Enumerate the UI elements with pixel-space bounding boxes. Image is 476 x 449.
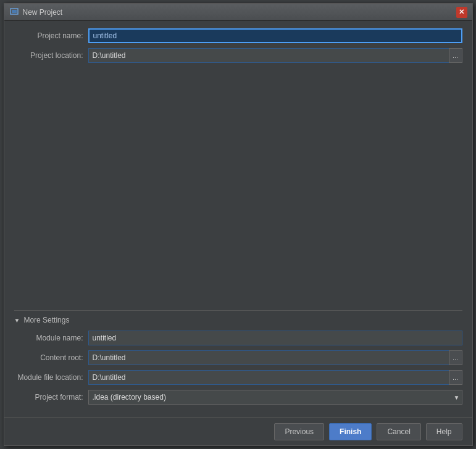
- close-button[interactable]: ✕: [456, 7, 467, 18]
- module-name-input[interactable]: [88, 331, 462, 345]
- project-format-label: Project format:: [14, 393, 88, 402]
- project-name-label: Project name:: [14, 31, 88, 40]
- more-settings-label: More Settings: [23, 316, 69, 324]
- previous-button[interactable]: Previous: [274, 423, 324, 440]
- title-bar: New Project ✕: [4, 4, 472, 21]
- project-location-input-group: ...: [88, 48, 462, 63]
- dialog-footer: Previous Finish Cancel Help: [4, 417, 472, 445]
- content-root-label: Content root:: [14, 353, 88, 362]
- finish-button[interactable]: Finish: [329, 423, 372, 440]
- project-format-row: Project format: .idea (directory based) …: [14, 390, 462, 405]
- more-settings-toggle[interactable]: ▼ More Settings: [14, 316, 462, 324]
- dialog-content: Project name: Project location: ... ▼ Mo…: [4, 21, 472, 417]
- help-button[interactable]: Help: [426, 423, 462, 440]
- dialog-title: New Project: [23, 8, 456, 17]
- content-root-browse-button[interactable]: ...: [449, 350, 462, 365]
- module-file-location-input[interactable]: [88, 370, 449, 385]
- svg-rect-1: [12, 10, 17, 13]
- module-file-location-browse-button[interactable]: ...: [449, 370, 462, 385]
- project-location-browse-button[interactable]: ...: [449, 48, 462, 63]
- module-file-location-input-group: ...: [88, 370, 462, 385]
- module-name-row: Module name:: [14, 331, 462, 345]
- new-project-dialog: New Project ✕ Project name: Project loca…: [4, 3, 473, 446]
- cancel-button[interactable]: Cancel: [377, 423, 420, 440]
- toggle-arrow-icon: ▼: [14, 317, 20, 324]
- module-file-location-row: Module file location: ...: [14, 370, 462, 385]
- module-file-location-label: Module file location:: [14, 373, 88, 382]
- project-format-select[interactable]: .idea (directory based) .ipr (file based…: [88, 390, 462, 405]
- content-root-input-group: ...: [88, 350, 462, 365]
- more-settings-section: ▼ More Settings Module name: Content roo…: [14, 310, 462, 410]
- project-location-input[interactable]: [88, 48, 449, 63]
- content-root-input[interactable]: [88, 350, 449, 365]
- project-format-select-wrapper: .idea (directory based) .ipr (file based…: [88, 390, 462, 405]
- project-location-label: Project location:: [14, 51, 88, 60]
- project-name-input[interactable]: [88, 28, 462, 43]
- module-name-label: Module name:: [14, 334, 88, 342]
- content-spacer: [14, 68, 462, 308]
- dialog-icon: [9, 7, 19, 17]
- content-root-row: Content root: ...: [14, 350, 462, 365]
- project-location-row: Project location: ...: [14, 48, 462, 63]
- project-name-row: Project name:: [14, 28, 462, 43]
